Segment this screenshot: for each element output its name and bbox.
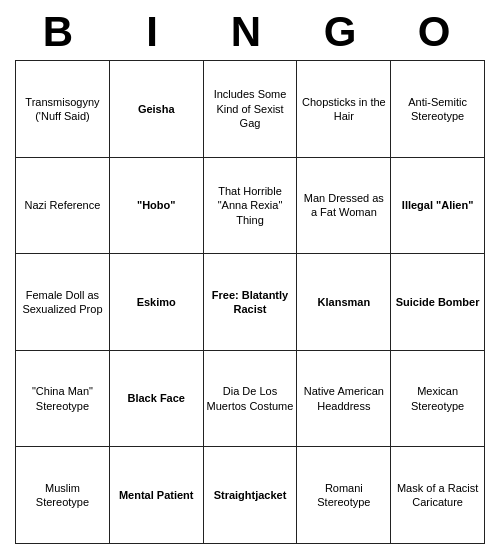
- bingo-cell-0-2: Includes Some Kind of Sexist Gag: [203, 61, 297, 158]
- letter-b: B: [32, 8, 92, 56]
- bingo-cell-2-0: Female Doll as Sexualized Prop: [16, 254, 110, 351]
- bingo-cell-4-3: Romani Stereotype: [297, 447, 391, 544]
- bingo-cell-3-4: Mexican Stereotype: [391, 350, 485, 447]
- bingo-cell-0-3: Chopsticks in the Hair: [297, 61, 391, 158]
- bingo-cell-3-1: Black Face: [109, 350, 203, 447]
- bingo-cell-3-3: Native American Headdress: [297, 350, 391, 447]
- bingo-cell-1-4: Illegal "Alien": [391, 157, 485, 254]
- letter-n: N: [220, 8, 280, 56]
- bingo-cell-1-2: That Horrible "Anna Rexia" Thing: [203, 157, 297, 254]
- bingo-title: B I N G O: [15, 0, 485, 60]
- bingo-cell-3-2: Dia De Los Muertos Costume: [203, 350, 297, 447]
- bingo-cell-4-2: Straightjacket: [203, 447, 297, 544]
- bingo-cell-2-1: Eskimo: [109, 254, 203, 351]
- bingo-cell-4-1: Mental Patient: [109, 447, 203, 544]
- bingo-cell-0-0: Transmisogyny ('Nuff Said): [16, 61, 110, 158]
- bingo-cell-0-4: Anti-Semitic Stereotype: [391, 61, 485, 158]
- bingo-cell-4-0: Muslim Stereotype: [16, 447, 110, 544]
- bingo-cell-1-1: "Hobo": [109, 157, 203, 254]
- bingo-cell-2-2: Free: Blatantly Racist: [203, 254, 297, 351]
- bingo-cell-4-4: Mask of a Racist Caricature: [391, 447, 485, 544]
- bingo-cell-3-0: "China Man" Stereotype: [16, 350, 110, 447]
- bingo-cell-0-1: Geisha: [109, 61, 203, 158]
- bingo-cell-2-3: Klansman: [297, 254, 391, 351]
- letter-i: I: [126, 8, 186, 56]
- bingo-cell-1-3: Man Dressed as a Fat Woman: [297, 157, 391, 254]
- letter-g: G: [314, 8, 374, 56]
- bingo-cell-1-0: Nazi Reference: [16, 157, 110, 254]
- bingo-grid: Transmisogyny ('Nuff Said)GeishaIncludes…: [15, 60, 485, 544]
- letter-o: O: [408, 8, 468, 56]
- bingo-cell-2-4: Suicide Bomber: [391, 254, 485, 351]
